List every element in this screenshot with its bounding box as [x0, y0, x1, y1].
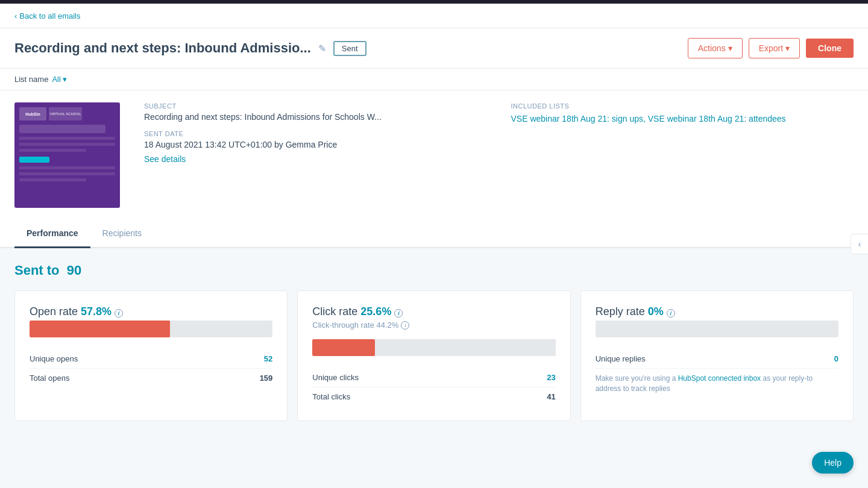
open-rate-value: 57.8%	[81, 305, 112, 318]
list-name-bar: List name All ▾	[0, 69, 868, 90]
thumb-logo-1: HubSIn	[19, 107, 46, 120]
subject-label: Subject	[144, 102, 487, 110]
unique-clicks-row: Unique clicks 23	[312, 368, 555, 387]
open-rate-progress-container	[30, 321, 272, 337]
reply-rate-info-icon[interactable]: i	[667, 309, 675, 318]
open-rate-info-icon[interactable]: i	[115, 309, 123, 318]
page-header: Recording and next steps: Inbound Admiss…	[0, 28, 868, 69]
click-rate-info-icon[interactable]: i	[394, 309, 403, 318]
unique-clicks-value: 23	[547, 373, 555, 382]
tab-performance-label: Performance	[27, 228, 78, 238]
reply-rate-card: Reply rate 0% i Unique replies 0 Make su…	[580, 290, 854, 421]
subject-value: Recording and next steps: Inbound Admiss…	[144, 112, 487, 122]
thumb-line-2	[19, 143, 115, 146]
total-clicks-value: 41	[547, 392, 555, 401]
right-panel-chevron-icon: ‹	[854, 238, 866, 250]
sent-date-label: Sent date	[144, 130, 487, 137]
included-lists-label: Included lists	[511, 102, 854, 110]
total-opens-label: Total opens	[30, 374, 70, 383]
unique-clicks-label: Unique clicks	[312, 373, 359, 382]
total-clicks-label: Total clicks	[312, 392, 350, 401]
list-name-value: All	[52, 75, 60, 84]
click-rate-title: Click rate 25.6% i	[312, 305, 555, 318]
header-right: Actions ▾ Export ▾ Clone	[688, 38, 854, 58]
page-title: Recording and next steps: Inbound Admiss…	[14, 40, 311, 56]
breadcrumb-label: Back to all emails	[19, 11, 80, 20]
actions-button[interactable]: Actions ▾	[688, 38, 743, 58]
thumb-line-6	[19, 178, 86, 181]
back-to-all-emails-link[interactable]: ‹ Back to all emails	[14, 11, 81, 20]
included-lists-value[interactable]: VSE webinar 18th Aug 21: sign ups, VSE w…	[511, 112, 854, 125]
click-through-info-icon[interactable]: i	[401, 321, 409, 330]
back-arrow-icon: ‹	[14, 11, 17, 20]
open-rate-progress-fill	[30, 321, 170, 337]
list-name-caret-icon: ▾	[63, 75, 67, 84]
click-through-rate-label: Click-through rate 44.2%	[312, 321, 398, 330]
email-content-section: HubSIn VIRTUAL SCHOOL Subject Recording …	[0, 90, 868, 220]
unique-opens-value: 52	[264, 354, 272, 363]
click-rate-progress-fill	[312, 339, 374, 356]
list-name-value-link[interactable]: All ▾	[52, 75, 66, 84]
thumb-line-1	[19, 137, 115, 140]
unique-replies-value: 0	[834, 354, 838, 363]
open-rate-card: Open rate 57.8% i Unique opens 52 Total …	[14, 290, 288, 421]
thumb-line-4	[19, 166, 115, 169]
total-opens-row: Total opens 159	[30, 369, 272, 387]
breadcrumb-bar: ‹ Back to all emails	[0, 4, 868, 28]
click-rate-progress-container	[312, 339, 555, 356]
tabs-section: Performance Recipients	[0, 220, 868, 248]
thumbnail-inner: HubSIn VIRTUAL SCHOOL	[14, 102, 120, 208]
thumb-logo-2: VIRTUAL SCHOOL	[49, 107, 82, 120]
click-rate-card: Click rate 25.6% i Click-through rate 44…	[297, 290, 570, 421]
sent-to-value: 90	[67, 263, 81, 278]
export-button-label: Export	[759, 43, 783, 53]
thumb-cta-button	[19, 157, 49, 163]
click-through-rate-subtitle: Click-through rate 44.2% i	[312, 321, 555, 330]
unique-opens-row: Unique opens 52	[30, 349, 272, 369]
export-caret-icon: ▾	[785, 43, 790, 53]
email-thumbnail: HubSIn VIRTUAL SCHOOL	[14, 102, 120, 208]
actions-caret-icon: ▾	[728, 43, 732, 53]
sent-to-header: Sent to 90	[14, 263, 854, 278]
total-clicks-row: Total clicks 41	[312, 387, 555, 406]
unique-replies-label: Unique replies	[596, 354, 646, 363]
metrics-grid: Open rate 57.8% i Unique opens 52 Total …	[14, 290, 854, 421]
tab-recipients-label: Recipients	[102, 228, 142, 238]
thumb-line-3	[19, 149, 86, 152]
export-button[interactable]: Export ▾	[749, 38, 800, 58]
thumb-logo-row: HubSIn VIRTUAL SCHOOL	[19, 107, 115, 120]
sent-to-label: Sent to	[14, 263, 60, 278]
hubspot-connected-inbox-link[interactable]: HubSpot connected inbox	[678, 374, 761, 383]
right-panel-toggle[interactable]: ‹	[851, 234, 868, 254]
thumb-title-bar	[19, 125, 105, 133]
included-lists-section: Included lists VSE webinar 18th Aug 21: …	[511, 102, 854, 208]
hubspot-note-text: Make sure you're using a HubSpot connect…	[596, 374, 838, 394]
performance-section: Sent to 90 Open rate 57.8% i Unique open…	[0, 248, 868, 436]
reply-rate-value: 0%	[648, 305, 664, 318]
reply-rate-title: Reply rate 0% i	[596, 305, 838, 318]
actions-button-label: Actions	[698, 43, 726, 53]
unique-replies-row: Unique replies 0	[596, 349, 838, 369]
open-rate-title: Open rate 57.8% i	[30, 305, 272, 318]
tab-performance[interactable]: Performance	[14, 220, 90, 248]
header-left: Recording and next steps: Inbound Admiss…	[14, 40, 366, 56]
click-rate-value: 25.6%	[360, 305, 391, 318]
thumb-line-5	[19, 172, 115, 175]
clone-button[interactable]: Clone	[806, 39, 854, 58]
unique-opens-label: Unique opens	[30, 354, 78, 363]
list-name-label: List name	[14, 75, 48, 84]
total-opens-value: 159	[260, 374, 273, 383]
reply-rate-progress-container	[596, 321, 838, 337]
see-details-link[interactable]: See details	[144, 154, 186, 164]
email-meta: Subject Recording and next steps: Inboun…	[144, 102, 487, 208]
status-badge: Sent	[333, 41, 366, 56]
sent-date-value: 18 August 2021 13:42 UTC+01:00 by Gemma …	[144, 140, 487, 149]
hubspot-note-row: Make sure you're using a HubSpot connect…	[596, 369, 838, 399]
tab-recipients[interactable]: Recipients	[90, 220, 154, 248]
edit-icon[interactable]: ✎	[318, 43, 326, 54]
